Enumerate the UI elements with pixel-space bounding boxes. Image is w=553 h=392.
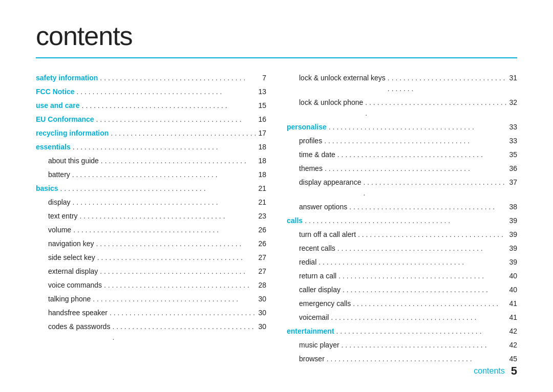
toc-page: 30 — [258, 321, 266, 332]
toc-page: 13 — [258, 86, 266, 97]
toc-page: 38 — [509, 202, 517, 212]
toc-entry: personalise . . . . . . . . . . . . . . … — [287, 122, 517, 133]
toc-page: 45 — [509, 354, 517, 364]
toc-page: 17 — [258, 128, 266, 139]
toc-page: 41 — [509, 298, 517, 309]
toc-dots: . . . . . . . . . . . . . . . . . . . . … — [353, 298, 507, 309]
toc-page: 30 — [258, 294, 266, 304]
toc-label: FCC Notice — [36, 86, 74, 97]
toc-page: 27 — [258, 252, 266, 263]
toc-entry: talking phone . . . . . . . . . . . . . … — [36, 294, 266, 304]
toc-entry: text entry . . . . . . . . . . . . . . .… — [36, 211, 266, 222]
toc-entry: navigation key . . . . . . . . . . . . .… — [36, 238, 266, 249]
toc-dots: . . . . . . . . . . . . . . . . . . . . … — [111, 128, 256, 139]
toc-entry: about this guide . . . . . . . . . . . .… — [36, 156, 266, 166]
toc-page: 42 — [509, 340, 517, 351]
toc-page: 18 — [258, 156, 266, 166]
toc-entry: voicemail . . . . . . . . . . . . . . . … — [287, 312, 517, 323]
toc-entry: battery . . . . . . . . . . . . . . . . … — [36, 169, 266, 180]
toc-dots: . . . . . . . . . . . . . . . . . . . . … — [100, 73, 260, 83]
toc-label: profiles — [299, 136, 322, 146]
toc-label: redial — [299, 257, 316, 268]
toc-dots: . . . . . . . . . . . . . . . . . . . . … — [110, 308, 256, 318]
toc-dots: . . . . . . . . . . . . . . . . . . . . … — [97, 252, 257, 263]
toc-dots: . . . . . . . . . . . . . . . . . . . . … — [80, 211, 257, 222]
toc-label: talking phone — [48, 294, 91, 304]
toc-dots: . . . . . . . . . . . . . . . . . . . . … — [349, 202, 507, 212]
toc-entry: display appearance . . . . . . . . . . .… — [287, 177, 517, 199]
toc-page: 18 — [258, 169, 266, 180]
toc-page: 15 — [258, 100, 266, 111]
toc-dots: . . . . . . . . . . . . . . . . . . . . … — [93, 294, 256, 304]
toc-label: navigation key — [48, 238, 94, 249]
toc-page: 23 — [258, 211, 266, 222]
toc-entry: profiles . . . . . . . . . . . . . . . .… — [287, 136, 517, 146]
toc-entry: EU Conformance . . . . . . . . . . . . .… — [36, 114, 266, 125]
toc-label: battery — [48, 169, 70, 180]
toc-dots: . . . . . . . . . . . . . . . . . . . . … — [337, 149, 507, 160]
toc-page: 39 — [509, 257, 517, 268]
toc-label: voicemail — [299, 312, 329, 323]
toc-page: 21 — [258, 197, 266, 208]
footer-label: contents — [474, 366, 504, 376]
toc-dots: . . . . . . . . . . . . . . . . . . . . … — [73, 225, 256, 235]
toc-dots: . . . . . . . . . . . . . . . . . . . . … — [112, 321, 256, 343]
toc-page: 33 — [509, 136, 517, 146]
toc-dots: . . . . . . . . . . . . . . . . . . . . … — [337, 243, 507, 254]
toc-page: 7 — [262, 73, 266, 83]
toc-dots: . . . . . . . . . . . . . . . . . . . . … — [363, 177, 507, 199]
toc-label: display — [48, 197, 71, 208]
toc-label: recycling information — [36, 128, 109, 139]
toc-label: lock & unlock phone — [299, 97, 363, 108]
toc-page: 31 — [509, 73, 517, 83]
toc-dots: . . . . . . . . . . . . . . . . . . . . … — [76, 86, 256, 97]
toc-entry: calls . . . . . . . . . . . . . . . . . … — [287, 215, 517, 226]
left-column: safety information . . . . . . . . . . .… — [36, 73, 266, 367]
toc-label: caller display — [299, 285, 341, 295]
toc-entry: entertainment . . . . . . . . . . . . . … — [287, 326, 517, 337]
toc-entry: lock & unlock phone . . . . . . . . . . … — [287, 97, 517, 119]
toc-entry: turn off a call alert . . . . . . . . . … — [287, 229, 517, 240]
toc-dots: . . . . . . . . . . . . . . . . . . . . … — [101, 156, 257, 166]
divider — [36, 57, 517, 58]
toc-label: voice commands — [48, 280, 102, 291]
toc-dots: . . . . . . . . . . . . . . . . . . . . … — [96, 114, 257, 125]
toc-entry: recent calls . . . . . . . . . . . . . .… — [287, 243, 517, 254]
toc-dots: . . . . . . . . . . . . . . . . . . . . … — [343, 285, 507, 295]
toc-entry: basics . . . . . . . . . . . . . . . . .… — [36, 183, 266, 194]
toc-page: 18 — [258, 142, 266, 153]
toc-label: turn off a call alert — [299, 229, 356, 240]
toc-page: 27 — [258, 266, 266, 277]
toc-page: 32 — [509, 97, 517, 108]
toc-dots: . . . . . . . . . . . . . . . . . . . . … — [331, 312, 507, 323]
toc-label: answer options — [299, 202, 347, 212]
toc-dots: . . . . . . . . . . . . . . . . . . . . … — [100, 266, 256, 277]
toc-label: volume — [48, 225, 71, 235]
toc-page: 26 — [258, 225, 266, 235]
page-container: contents safety information . . . . . . … — [0, 0, 553, 392]
toc-label: music player — [299, 340, 339, 351]
toc-label: entertainment — [287, 326, 334, 337]
toc-page: 28 — [258, 280, 266, 291]
toc-dots: . . . . . . . . . . . . . . . . . . . . … — [104, 280, 256, 291]
toc-entry: return a call . . . . . . . . . . . . . … — [287, 271, 517, 281]
toc-label: side select key — [48, 252, 95, 263]
toc-entry: emergency calls . . . . . . . . . . . . … — [287, 298, 517, 309]
toc-page: 39 — [509, 229, 517, 240]
toc-page: 42 — [509, 326, 517, 337]
toc-page: 16 — [258, 114, 266, 125]
toc-label: time & date — [299, 149, 335, 160]
toc-label: lock & unlock external keys — [299, 73, 386, 83]
toc-label: codes & passwords — [48, 321, 110, 332]
right-column: lock & unlock external keys . . . . . . … — [287, 73, 517, 367]
toc-entry: safety information . . . . . . . . . . .… — [36, 73, 266, 83]
toc-page: 37 — [509, 177, 517, 188]
toc-entry: themes . . . . . . . . . . . . . . . . .… — [287, 163, 517, 174]
toc-entry: essentials . . . . . . . . . . . . . . .… — [36, 142, 266, 153]
toc-page: 41 — [509, 312, 517, 323]
toc-page: 33 — [509, 122, 517, 133]
toc-entry: time & date . . . . . . . . . . . . . . … — [287, 149, 517, 160]
toc-label: emergency calls — [299, 298, 351, 309]
toc-label: safety information — [36, 73, 98, 83]
toc-entry: voice commands . . . . . . . . . . . . .… — [36, 280, 266, 291]
